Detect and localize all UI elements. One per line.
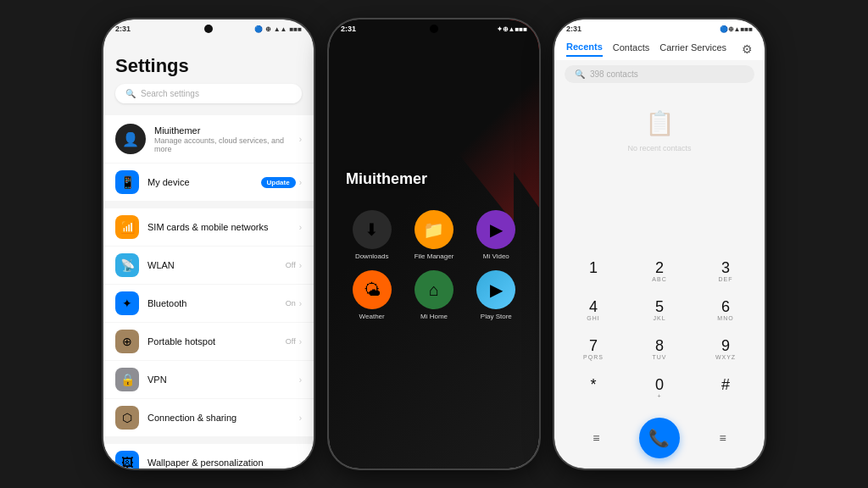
bluetooth-item[interactable]: ✦ Bluetooth On › (103, 285, 314, 322)
dial-key-7[interactable]: 7 PQRS (561, 331, 626, 369)
dial-num-5: 5 (655, 299, 664, 314)
dial-key-*[interactable]: * (561, 370, 626, 408)
vpn-item[interactable]: 🔒 VPN › (103, 361, 314, 398)
gear-icon[interactable]: ⚙ (742, 42, 753, 56)
phone-launcher: 2:31 ✦⊕▲■■■ Miuithemer ⬇ Downloads � (329, 19, 539, 469)
dial-num-4: 4 (589, 299, 598, 314)
dial-key-2[interactable]: 2 ABC (627, 253, 692, 291)
app-label-mihome: Mi Home (420, 313, 448, 320)
dial-letters-8: TUV (653, 354, 667, 362)
hotspot-item[interactable]: ⊕ Portable hotspot Off › (103, 323, 314, 360)
hotspot-icon: ⊕ (115, 330, 139, 353)
sharing-item[interactable]: ⬡ Connection & sharing › (103, 399, 314, 436)
search-icon: 🔍 (125, 89, 136, 98)
status-icons-1: 🔵⊕▲▲■■■ (254, 25, 302, 33)
time-3: 2:31 (566, 25, 581, 33)
bluetooth-status: On (286, 299, 296, 308)
search-icon-dialer: 🔍 (575, 69, 585, 79)
wlan-item[interactable]: 📡 WLAN Off › (103, 247, 314, 284)
tab-contacts[interactable]: Contacts (613, 42, 649, 56)
device-icon: 📱 (115, 170, 139, 194)
dial-letters-3: DEF (719, 276, 733, 284)
chevron-device: › (299, 178, 302, 187)
dial-key-#[interactable]: # (693, 370, 758, 408)
sharing-label: Connection & sharing (147, 413, 291, 423)
dial-key-5[interactable]: 5 JKL (627, 292, 692, 330)
dial-letters-0: + (657, 393, 661, 401)
app-label-mivideo: Mi Video (483, 252, 509, 260)
wallpaper-icon: 🖼 (115, 451, 139, 469)
app-item-mivideo[interactable]: ▶ Mi Video (470, 210, 522, 260)
my-device-item[interactable]: 📱 My device Update › (103, 164, 314, 201)
tab-carrier[interactable]: Carrier Services (659, 42, 726, 56)
chevron-bluetooth: › (299, 299, 302, 308)
profile-text: Miuithemer Manage accounts, cloud servic… (154, 125, 291, 153)
app-icon-mihome: ⌂ (415, 270, 453, 309)
status-icons-3: 🔵⊕▲■■■ (720, 25, 753, 33)
sharing-text: Connection & sharing (147, 413, 291, 423)
sim-item[interactable]: 📶 SIM cards & mobile networks › (103, 208, 314, 246)
search-placeholder: Search settings (141, 89, 199, 98)
sharing-icon: ⬡ (115, 406, 139, 430)
dial-key-0[interactable]: 0 + (627, 370, 692, 408)
app-item-downloads[interactable]: ⬇ Downloads (346, 210, 398, 260)
settings-title: Settings (115, 55, 302, 77)
status-bar-1: 2:31 🔵⊕▲▲■■■ (103, 19, 314, 35)
profile-name: Miuithemer (154, 125, 291, 136)
app-label-playstore: Play Store (481, 313, 512, 320)
app-label-downloads: Downloads (355, 252, 389, 260)
app-item-mihome[interactable]: ⌂ Mi Home (408, 270, 459, 320)
dial-num-8: 8 (655, 338, 664, 353)
dial-key-8[interactable]: 8 TUV (627, 331, 692, 369)
vpn-text: VPN (147, 374, 291, 385)
action-right[interactable]: ≡ (709, 424, 737, 452)
chevron-wlan: › (299, 261, 302, 270)
dial-key-9[interactable]: 9 WXYZ (693, 331, 758, 369)
search-bar[interactable]: 🔍 Search settings (115, 84, 302, 103)
device-text: My device (147, 177, 253, 187)
settings-header: Settings 🔍 Search settings (103, 35, 314, 110)
sim-label: SIM cards & mobile networks (147, 222, 291, 232)
wallpaper-item[interactable]: 🖼 Wallpaper & personalization › (103, 444, 314, 469)
update-badge[interactable]: Update (261, 177, 296, 188)
hotspot-label: Portable hotspot (147, 336, 277, 347)
app-item-filemanager[interactable]: 📁 File Manager (408, 210, 459, 260)
dialer-tabs: Recents Contacts Carrier Services ⚙ (554, 35, 765, 60)
app-item-playstore[interactable]: ▶ Play Store (470, 270, 522, 320)
settings-content: 👤 Miuithemer Manage accounts, cloud serv… (103, 110, 314, 469)
profile-item[interactable]: 👤 Miuithemer Manage accounts, cloud serv… (103, 115, 314, 163)
dial-num-6: 6 (721, 299, 730, 314)
tab-recents[interactable]: Recents (566, 42, 603, 57)
dial-key-1[interactable]: 1 (561, 253, 626, 291)
action-left[interactable]: ≡ (582, 424, 609, 452)
bluetooth-icon: ✦ (115, 291, 139, 315)
dial-num-*: * (590, 377, 596, 392)
app-item-weather[interactable]: 🌤 Weather (346, 270, 398, 320)
section-gap-2 (103, 437, 314, 444)
dial-num-0: 0 (655, 377, 664, 392)
app-label-weather: Weather (359, 313, 385, 320)
app-icon-playstore: ▶ (476, 270, 515, 309)
search-count: 398 contacts (590, 69, 638, 79)
hotspot-status: Off (286, 337, 296, 346)
status-bar-2: 2:31 ✦⊕▲■■■ (329, 19, 539, 35)
status-icons-2: ✦⊕▲■■■ (497, 25, 527, 33)
dial-key-4[interactable]: 4 GHI (561, 292, 626, 330)
dial-num-#: # (721, 377, 730, 392)
chevron-profile: › (299, 135, 302, 144)
dial-key-6[interactable]: 6 MNO (693, 292, 758, 330)
device-label: My device (147, 177, 253, 187)
call-button[interactable]: 📞 (639, 418, 680, 458)
chevron-wallpaper: › (299, 458, 302, 468)
sim-icon: 📶 (115, 215, 139, 239)
dial-key-3[interactable]: 3 DEF (693, 253, 758, 291)
no-contacts-area: 📋 No recent contacts (554, 97, 765, 164)
bluetooth-text: Bluetooth (147, 298, 277, 308)
launcher-app-name: Miuithemer (346, 170, 539, 188)
contacts-search[interactable]: 🔍 398 contacts (565, 65, 754, 83)
contacts-empty-icon: 📋 (645, 109, 675, 137)
dial-letters-7: PQRS (583, 354, 604, 362)
bluetooth-label: Bluetooth (147, 298, 277, 308)
dial-letters-5: JKL (653, 315, 665, 323)
time-1: 2:31 (115, 25, 131, 33)
